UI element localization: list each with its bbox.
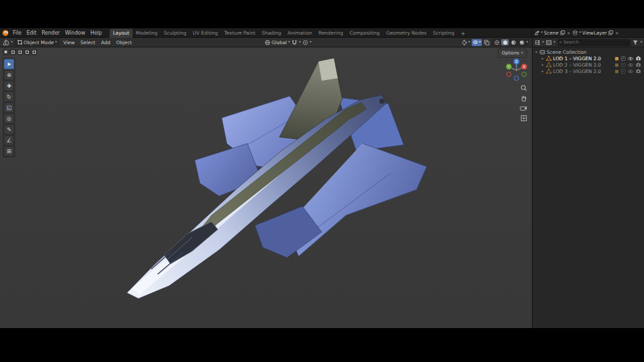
- chevron-down-icon[interactable]: ▾: [554, 40, 556, 44]
- workspace-tab-animation[interactable]: Animation: [285, 29, 315, 38]
- tool-transform-button[interactable]: ◎: [4, 113, 14, 124]
- unlink-scene-button[interactable]: ✕: [566, 31, 571, 35]
- row-controls: ✓: [615, 62, 642, 67]
- menu-add[interactable]: Add: [99, 40, 113, 45]
- outliner-row-lod2[interactable]: ▸ LOD 2 – VIGGEN 2.0 ✓: [533, 62, 644, 68]
- menu-help[interactable]: Help: [88, 28, 104, 38]
- selectability-checkbox[interactable]: ✓: [621, 69, 625, 74]
- search-input[interactable]: [563, 40, 629, 45]
- viewport-3d-model[interactable]: [0, 47, 532, 328]
- pan-hand-icon[interactable]: [520, 95, 527, 102]
- display-mode-icon[interactable]: [546, 40, 552, 45]
- select-mode-subtract-button[interactable]: [17, 49, 23, 55]
- chevron-down-icon[interactable]: ▾: [526, 40, 528, 44]
- workspace-tab-texture-paint[interactable]: Texture Paint: [221, 29, 258, 38]
- menu-edit[interactable]: Edit: [24, 28, 39, 38]
- tool-annotate-button[interactable]: ✎: [4, 124, 14, 135]
- blender-logo-icon[interactable]: [0, 28, 10, 38]
- expand-arrow-icon[interactable]: ▸: [541, 56, 545, 60]
- chevron-down-icon: ▾: [299, 40, 301, 44]
- scene-selector[interactable]: Scene: [544, 30, 559, 36]
- camera-render-icon[interactable]: [636, 62, 642, 67]
- workspace-tab-modeling[interactable]: Modeling: [133, 29, 161, 38]
- workspace-tab-scripting[interactable]: Scripting: [430, 29, 458, 38]
- select-mode-invert-button[interactable]: [24, 49, 30, 55]
- workspace-tab-geometry-nodes[interactable]: Geometry Nodes: [383, 29, 429, 38]
- shading-material-button[interactable]: [509, 39, 517, 45]
- collection-icon: [540, 49, 545, 54]
- object-label: LOD 2 – VIGGEN 2.0: [553, 62, 601, 68]
- camera-render-icon[interactable]: [636, 56, 642, 61]
- workspace-tab-layout[interactable]: Layout: [110, 29, 133, 38]
- chevron-down-icon[interactable]: ▾: [542, 40, 544, 44]
- tool-move-button[interactable]: ✚: [4, 81, 14, 91]
- proportional-edit-toggle[interactable]: ▾: [302, 40, 311, 45]
- add-workspace-button[interactable]: +: [458, 29, 468, 38]
- outliner-row-lod3[interactable]: ▸ LOD 3 – VIGGEN 2.0 ✓: [533, 68, 644, 74]
- tool-scale-button[interactable]: ◱: [4, 103, 14, 113]
- mode-selector[interactable]: Object Mode ▾: [15, 38, 60, 46]
- menu-window[interactable]: Window: [62, 28, 88, 38]
- viewlayer-selector[interactable]: ViewLayer: [582, 30, 607, 36]
- menu-object[interactable]: Object: [114, 40, 133, 45]
- editor-type-icon[interactable]: [3, 39, 9, 45]
- zoom-icon[interactable]: [520, 85, 527, 92]
- chevron-down-icon[interactable]: ▾: [579, 31, 581, 35]
- snap-toggle[interactable]: ▾: [292, 40, 301, 45]
- gizmos-dropdown[interactable]: ▾: [461, 40, 470, 45]
- workspace-tab-uv-editing[interactable]: UV Editing: [190, 29, 221, 38]
- tool-cursor-button[interactable]: ⊕: [4, 70, 14, 80]
- tool-measure-button[interactable]: ∠: [4, 135, 14, 145]
- select-mode-extend-button[interactable]: [10, 49, 16, 55]
- camera-render-icon[interactable]: [636, 69, 642, 74]
- xray-toggle[interactable]: [484, 40, 490, 45]
- workspace-tab-sculpting[interactable]: Sculpting: [161, 29, 190, 38]
- select-mode-intersect-button[interactable]: [31, 49, 37, 55]
- shading-rendered-button[interactable]: [518, 39, 525, 45]
- eye-visibility-icon[interactable]: [627, 56, 634, 61]
- tool-select-box-button[interactable]: ➤: [4, 59, 14, 69]
- expand-arrow-icon[interactable]: ▸: [541, 63, 545, 67]
- expand-arrow-icon[interactable]: ▾: [534, 50, 538, 54]
- new-scene-icon[interactable]: [560, 30, 565, 35]
- camera-view-icon[interactable]: [520, 105, 527, 111]
- orientation-label: Global: [272, 40, 287, 45]
- outliner-row-lod1[interactable]: ▸ LOD 1 – VIGGEN 2.0 ✓: [533, 55, 644, 62]
- menu-view[interactable]: View: [62, 40, 77, 45]
- gizmo-z-label: Z: [515, 60, 518, 63]
- viewport-3d[interactable]: Options ▾ ➤ ⊕ ✚ ↻ ◱ ◎ ✎ ∠ ⊞: [0, 47, 532, 328]
- overlays-toggle[interactable]: ▾: [472, 39, 482, 46]
- editor-headers: ▾ Object Mode ▾ View Select Add Object: [0, 38, 644, 47]
- chevron-down-icon[interactable]: ▾: [11, 40, 13, 44]
- outliner-search[interactable]: ⌕: [557, 39, 631, 46]
- chevron-down-icon[interactable]: ▾: [541, 31, 543, 35]
- selectability-checkbox[interactable]: ✓: [621, 63, 625, 67]
- remove-viewlayer-button[interactable]: ✕: [615, 31, 619, 35]
- shading-wireframe-button[interactable]: [493, 39, 500, 45]
- navigation-gizmo[interactable]: Z X Y: [504, 56, 529, 82]
- tool-rotate-button[interactable]: ↻: [4, 92, 14, 102]
- select-mode-new-button[interactable]: [3, 49, 9, 55]
- eye-visibility-icon[interactable]: [627, 63, 634, 67]
- workspace-tab-compositing[interactable]: Compositing: [346, 29, 383, 38]
- selectability-checkbox[interactable]: ✓: [621, 56, 625, 61]
- select-mode-strip: [3, 49, 37, 55]
- workspace-tab-shading[interactable]: Shading: [258, 29, 284, 38]
- new-viewlayer-icon[interactable]: [608, 30, 613, 35]
- menu-render[interactable]: Render: [39, 28, 62, 38]
- menu-file[interactable]: File: [10, 28, 24, 38]
- menu-select[interactable]: Select: [79, 40, 97, 45]
- mesh-object-icon: [546, 56, 552, 61]
- transform-orientation-selector[interactable]: Global ▾: [265, 40, 290, 45]
- chevron-down-icon[interactable]: ▾: [640, 40, 642, 44]
- outliner-editor-type-icon[interactable]: [534, 40, 540, 45]
- grid-ortho-icon[interactable]: [520, 115, 527, 122]
- eye-visibility-icon[interactable]: [627, 69, 634, 74]
- outliner-row-scene-collection[interactable]: ▾ Scene Collection: [533, 49, 644, 55]
- filter-funnel-icon[interactable]: [632, 40, 638, 45]
- outliner-header: ▾ ▾ ⌕ ▾: [532, 38, 644, 47]
- tool-add-cube-button[interactable]: ⊞: [4, 146, 14, 156]
- shading-solid-button[interactable]: [501, 39, 509, 45]
- workspace-tab-rendering[interactable]: Rendering: [315, 29, 346, 38]
- expand-arrow-icon[interactable]: ▸: [541, 69, 545, 73]
